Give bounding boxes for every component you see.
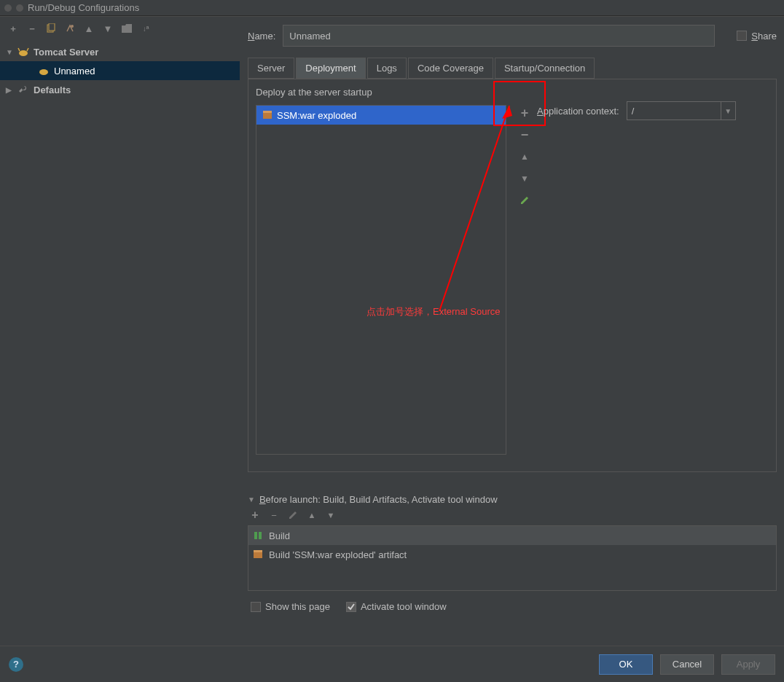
name-label: Name: [248, 31, 275, 42]
svg-rect-1 [49, 23, 55, 31]
tabs: Server Deployment Logs Code Coverage Sta… [248, 58, 777, 79]
svg-rect-9 [254, 532, 257, 539]
tab-deployment[interactable]: Deployment [296, 58, 365, 79]
tree-label: Unnamed [54, 66, 95, 77]
move-down-icon: ▼ [102, 23, 114, 34]
tab-code-coverage[interactable]: Code Coverage [408, 58, 493, 79]
move-up-icon: ▲ [83, 23, 95, 34]
right-panel: Name: Share Server Deployment Logs Code … [240, 17, 784, 643]
list-item[interactable]: Build 'SSM:war exploded' artifact [248, 545, 776, 564]
ok-button[interactable]: OK [599, 654, 653, 675]
tomcat-local-icon [38, 66, 50, 76]
deploy-label: Deploy at the server startup [256, 87, 769, 98]
window-control-icon[interactable] [16, 4, 23, 12]
svg-rect-5 [263, 112, 272, 119]
edit-artifact-button[interactable] [517, 192, 533, 208]
remove-config-icon[interactable]: − [26, 23, 38, 34]
task-label: Build [269, 530, 290, 541]
tree-defaults[interactable]: ▶ Defaults [0, 80, 240, 99]
svg-point-4 [39, 69, 48, 75]
svg-point-3 [19, 50, 28, 56]
check-label: Activate tool window [361, 601, 447, 612]
apply-button[interactable]: Apply [721, 654, 775, 675]
artifact-icon [262, 110, 273, 120]
remove-artifact-button[interactable]: − [517, 127, 533, 143]
before-launch-list[interactable]: Build Build 'SSM:war exploded' artifact [248, 525, 777, 591]
checkbox-icon [737, 31, 747, 41]
edit-task-button [287, 509, 299, 521]
deploy-item-label: SSM:war exploded [277, 110, 356, 121]
left-panel: + − ▲ ▼ ↓ª ▼ Tomcat Server [0, 17, 240, 643]
cancel-button[interactable]: Cancel [660, 654, 714, 675]
before-launch-toolbar: + − ▲ ▼ [248, 505, 777, 525]
tab-server[interactable]: Server [248, 58, 294, 79]
share-label: Share [751, 31, 777, 42]
svg-rect-6 [263, 111, 272, 113]
title-bar: Run/Debug Configurations [0, 0, 784, 16]
chevron-down-icon: ▼ [248, 495, 255, 503]
name-input[interactable] [283, 25, 715, 47]
move-up-icon: ▲ [306, 509, 318, 521]
settings-icon[interactable] [64, 23, 76, 34]
window-control-icon[interactable] [4, 4, 12, 12]
app-context-input[interactable] [627, 101, 721, 120]
svg-rect-12 [254, 550, 262, 552]
build-icon [253, 530, 263, 541]
window-title: Run/Debug Configurations [28, 2, 139, 13]
svg-rect-11 [254, 552, 262, 558]
add-artifact-button[interactable]: + [517, 105, 533, 121]
add-config-icon[interactable]: + [7, 23, 19, 34]
before-launch-label: Before launch: Build, Build Artifacts, A… [259, 494, 498, 505]
move-down-icon: ▼ [517, 170, 533, 187]
move-up-icon: ▲ [517, 149, 533, 165]
show-this-page-checkbox[interactable]: Show this page [251, 601, 330, 612]
activate-tool-window-checkbox[interactable]: Activate tool window [346, 601, 447, 612]
deploy-list[interactable]: SSM:war exploded [256, 105, 506, 455]
config-tree[interactable]: ▼ Tomcat Server Unnamed ▶ Defaults [0, 41, 240, 643]
tab-startup-connection[interactable]: Startup/Connection [495, 58, 595, 79]
remove-task-button: − [268, 509, 280, 521]
dialog-footer: ? OK Cancel Apply [0, 646, 784, 682]
left-toolbar: + − ▲ ▼ ↓ª [0, 17, 240, 41]
sort-icon[interactable]: ↓ª [140, 23, 152, 34]
tomcat-icon [17, 47, 29, 57]
svg-point-2 [71, 25, 74, 28]
svg-rect-10 [259, 532, 262, 539]
deploy-tools: + − ▲ ▼ [517, 105, 533, 208]
checkbox-checked-icon [346, 602, 356, 612]
tab-logs[interactable]: Logs [367, 58, 407, 79]
app-context-dropdown[interactable]: ▼ [721, 101, 736, 120]
add-task-button[interactable]: + [249, 509, 261, 521]
list-item[interactable]: Build [248, 526, 776, 545]
before-launch-header[interactable]: ▼ Before launch: Build, Build Artifacts,… [248, 494, 777, 505]
folder-icon[interactable] [121, 23, 133, 34]
tree-config-unnamed[interactable]: Unnamed [0, 61, 240, 80]
chevron-down-icon: ▼ [6, 48, 13, 56]
wrench-icon [17, 85, 29, 95]
share-checkbox[interactable]: Share [737, 31, 777, 42]
help-button[interactable]: ? [9, 657, 23, 672]
move-down-icon: ▼ [325, 509, 337, 521]
tree-tomcat-server[interactable]: ▼ Tomcat Server [0, 42, 240, 61]
annotation-text: 点击加号选择，External Source [366, 305, 501, 318]
deployment-panel: Deploy at the server startup SSM:war exp… [248, 79, 777, 472]
app-context-label: Application context: [537, 106, 619, 117]
task-label: Build 'SSM:war exploded' artifact [269, 549, 407, 560]
checkbox-icon [251, 602, 261, 612]
check-label: Show this page [265, 601, 330, 612]
chevron-right-icon: ▶ [6, 86, 13, 94]
tree-label: Tomcat Server [34, 47, 98, 58]
copy-config-icon[interactable] [45, 23, 57, 34]
deploy-item[interactable]: SSM:war exploded [256, 106, 506, 125]
tree-label: Defaults [34, 85, 71, 95]
artifact-icon [253, 549, 263, 560]
